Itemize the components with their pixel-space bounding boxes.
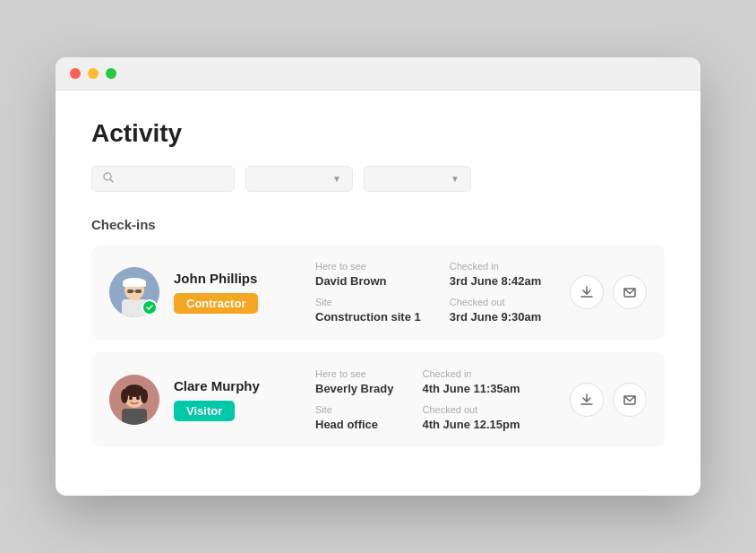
checked-out-value: 3rd June 9:30am xyxy=(450,310,542,324)
checkin-meta: Here to see David Brown Site Constructio… xyxy=(315,261,555,324)
filter-dropdown-1[interactable]: ▼ xyxy=(245,166,353,192)
checkin-card: Clare Murphy Visitor Here to see Beverly… xyxy=(91,352,665,447)
checked-times-col-2: Checked in 4th June 11:35am Checked out … xyxy=(422,368,520,431)
filter-dropdown-2[interactable]: ▼ xyxy=(364,166,471,192)
download-button[interactable] xyxy=(570,275,604,309)
checkin-card: John Phillips Contractor Here to see Dav… xyxy=(91,245,665,340)
checkin-meta-2: Here to see Beverly Brady Site Head offi… xyxy=(315,368,555,431)
role-badge-2: Visitor xyxy=(174,401,235,421)
here-to-see-col: Here to see David Brown Site Constructio… xyxy=(315,261,421,324)
svg-rect-8 xyxy=(135,289,142,293)
site-label: Site xyxy=(315,297,421,307)
svg-rect-6 xyxy=(123,282,146,287)
person-name: John Phillips xyxy=(174,271,290,286)
avatar-2 xyxy=(109,375,159,425)
checkins-section-title: Check-ins xyxy=(91,217,665,232)
page-title: Activity xyxy=(91,119,665,148)
checked-times-col: Checked in 3rd June 8:42am Checked out 3… xyxy=(450,261,542,324)
svg-rect-14 xyxy=(122,409,147,425)
svg-point-20 xyxy=(136,396,140,400)
svg-point-17 xyxy=(121,389,128,403)
checked-in-label-2: Checked in xyxy=(422,368,520,379)
site-value: Construction site 1 xyxy=(315,310,421,324)
filter-bar: ▼ ▼ xyxy=(91,166,665,192)
chevron-down-icon: ▼ xyxy=(332,174,341,184)
maximize-button[interactable] xyxy=(106,68,116,79)
checked-in-label: Checked in xyxy=(450,261,542,272)
site-value-2: Head office xyxy=(315,418,393,431)
here-to-see-label: Here to see xyxy=(315,261,421,272)
person-name-2: Clare Murphy xyxy=(174,378,290,393)
close-button[interactable] xyxy=(70,68,81,79)
here-to-see-value-2: Beverly Brady xyxy=(315,382,393,395)
role-badge: Contractor xyxy=(174,293,258,314)
search-input[interactable] xyxy=(119,172,223,186)
here-to-see-value: David Brown xyxy=(315,274,421,288)
minimize-button[interactable] xyxy=(88,68,99,79)
card-actions-2 xyxy=(570,383,647,417)
download-button-2[interactable] xyxy=(570,383,604,417)
chevron-down-icon-2: ▼ xyxy=(451,174,460,184)
here-to-see-label-2: Here to see xyxy=(315,368,393,379)
app-window: Activity ▼ ▼ Check-ins xyxy=(56,57,700,496)
person-info: John Phillips Contractor xyxy=(174,271,290,314)
checked-out-label: Checked out xyxy=(450,297,542,307)
avatar-verified-badge xyxy=(142,299,158,315)
email-button[interactable] xyxy=(613,275,647,309)
email-button-2[interactable] xyxy=(613,383,647,417)
checked-out-label-2: Checked out xyxy=(422,404,520,415)
svg-point-19 xyxy=(129,396,133,400)
window-content: Activity ▼ ▼ Check-ins xyxy=(56,91,700,496)
search-filter[interactable] xyxy=(91,166,235,192)
svg-point-18 xyxy=(141,389,148,403)
svg-line-1 xyxy=(111,180,114,183)
checked-out-value-2: 4th June 12.15pm xyxy=(422,418,520,431)
search-icon xyxy=(103,172,114,186)
avatar-wrapper xyxy=(109,267,159,317)
person-info-2: Clare Murphy Visitor xyxy=(174,378,290,421)
checked-in-value-2: 4th June 11:35am xyxy=(422,382,520,395)
avatar-wrapper-2 xyxy=(109,375,159,425)
here-to-see-col-2: Here to see Beverly Brady Site Head offi… xyxy=(315,368,393,431)
svg-point-0 xyxy=(104,173,111,180)
svg-rect-7 xyxy=(127,289,133,293)
titlebar xyxy=(56,57,700,91)
checked-in-value: 3rd June 8:42am xyxy=(450,274,542,288)
card-actions xyxy=(570,275,647,309)
site-label-2: Site xyxy=(315,404,393,415)
